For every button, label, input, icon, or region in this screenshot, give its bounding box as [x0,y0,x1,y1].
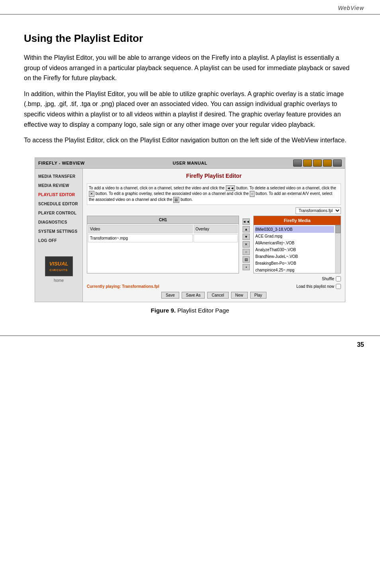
nav-btn-4[interactable] [323,159,332,167]
media-list-container: 8Mie0303_3-18.VOB ACE Grad.mpg AllAmeric… [254,225,341,273]
ctrl-btn-grid[interactable]: ▤ [243,256,250,263]
nav-btn-2[interactable] [303,159,312,167]
nav-btn-5[interactable] [333,159,342,167]
load-checkbox[interactable] [336,284,341,289]
delete-icon: ✕ [89,191,94,197]
action-buttons: Save Save As Cancel New Play [87,292,341,299]
shuffle-row: Shuffle [87,276,341,282]
logo-text-2: CIRCUITS [50,268,68,273]
ch1-header: CH1 [87,216,239,224]
media-panel: Firefly Media 8Mie0303_3-18.VOB ACE Grad… [253,216,341,274]
ctrl-btn-delete[interactable]: ✕ [243,241,250,248]
main-title: Firefly Playlist Editor [87,172,341,180]
sidebar-item-schedule-editor[interactable]: SCHEDULE EDITOR [35,199,82,208]
sidebar-logo: VISUAL CIRCUITS home [35,253,82,287]
nav-btn-1[interactable] [293,159,302,167]
ctrl-btn-down[interactable]: ▼ [243,234,250,240]
media-scrollbar[interactable] [335,225,341,273]
screenshot-figure: FIREFLY - WEBVIEW USER MANUAL MEDIA TRAN… [35,157,345,302]
channels-area: CH1 Video Overlay Transformation~.mpg [87,216,341,274]
sidebar: MEDIA TRANSFER MEDIA REVIEW PLAYLIST EDI… [35,169,83,302]
media-file-6: champinice4.25~.mpg [255,267,334,273]
media-file-2: AllAmericanRej~.VOB [255,240,334,246]
edit-icon: ○ [250,191,254,197]
ch1-row: Transformation~.mpg [88,234,238,242]
currently-playing-label: Currently playing: [87,284,121,289]
figure-caption-text: Playlist Editor Page [177,307,229,314]
sidebar-item-media-transfer[interactable]: MEDIA TRANSFER [35,172,82,181]
media-file-4: BrandNew-JudeL~.VOB [255,253,334,260]
content-area: Using the Playlist Editor Within the Pla… [0,15,380,335]
scrollbar-thumb[interactable] [335,225,341,233]
load-label: Load this playlist now [296,283,334,289]
page-header: WebView [0,0,380,15]
ctrl-btn-circle[interactable]: ○ [243,249,250,255]
shuffle-label: Shuffle [322,276,334,282]
sidebar-item-media-review[interactable]: MEDIA REVIEW [35,181,82,190]
page-number: 35 [357,340,364,350]
new-button[interactable]: New [231,292,248,299]
ch1-overlay-cell [194,234,238,242]
figure-label: Figure 9. [151,307,176,314]
webview-header-center: USER MANUAL [114,160,266,167]
webview-nav-buttons [266,159,342,167]
sidebar-item-player-control[interactable]: PLAYER CONTROL [35,208,82,218]
ch1-col-overlay: Overlay [194,225,238,233]
webview-title: WebView [338,4,364,12]
webview-body: MEDIA TRANSFER MEDIA REVIEW PLAYLIST EDI… [35,169,345,302]
logo-box: VISUAL CIRCUITS [45,256,73,276]
media-header: Firefly Media [254,216,341,226]
sidebar-item-log-off[interactable]: LOG OFF [35,236,82,245]
page-footer: 35 [0,335,380,354]
play-button[interactable]: Play [250,292,266,299]
media-file-0: 8Mie0303_3-18.VOB [255,226,334,233]
ctrl-btn-extra[interactable]: ▪ [243,264,250,270]
ctrl-btn-rewind[interactable]: ◄◄ [243,218,250,225]
load-playlist-area: Load this playlist now [296,283,341,289]
add-icon: ◄◄ [226,185,235,191]
ch1-col-video: Video [88,225,193,233]
paragraph-1: Within the Playlist Editor, you will be … [24,53,356,83]
ctrl-btn-up[interactable]: ▲ [243,226,250,232]
sidebar-item-diagnostics[interactable]: DIAGNOSTICS [35,218,82,227]
shuffle-checkbox[interactable] [336,276,341,281]
media-file-5: BreakingBen-Po~.VOB [255,260,334,267]
playlist-row: Transformations.fpl [87,207,341,214]
nav-btn-3[interactable] [313,159,322,167]
media-file-3: AnalyzeThat030~.VOB [255,246,334,253]
paragraph-2: In addition, within the Playlist Editor,… [24,89,356,130]
save-as-button[interactable]: Save As [182,292,205,299]
sidebar-home-link[interactable]: home [38,277,79,283]
webview-header-left: FIREFLY - WEBVIEW [38,160,114,167]
figure-caption: Figure 9. Playlist Editor Page [24,306,356,315]
save-button[interactable]: Save [161,292,179,299]
section-title: Using the Playlist Editor [24,31,356,46]
webview-main-panel: Firefly Playlist Editor To add a video t… [83,169,345,302]
paragraph-3: To access the Playlist Editor, click on … [24,135,356,146]
webview-header-bar: FIREFLY - WEBVIEW USER MANUAL [35,158,345,169]
sidebar-item-system-settings[interactable]: SYSTEM SETTINGS [35,227,82,236]
instruction-text: To add a video to a channel, click on a … [87,183,341,205]
currently-playing-value: Transformations.fpl [122,284,159,289]
currently-playing-row: Currently playing: Transformations.fpl L… [87,283,341,289]
media-file-1: ACE Grad.mpg [255,233,334,240]
cancel-button[interactable]: Cancel [207,292,228,299]
control-buttons: ◄◄ ▲ ▼ ✕ ○ ▤ ▪ [241,216,251,274]
ch1-panel: CH1 Video Overlay Transformation~.mpg [87,216,239,274]
sidebar-item-playlist-editor[interactable]: PLAYLIST EDITOR [35,190,82,199]
ch1-table: Video Overlay Transformation~.mpg [87,224,239,243]
currently-playing-info: Currently playing: Transformations.fpl [87,283,159,289]
logo-text-1: VISUAL [49,260,69,268]
ch1-video-cell: Transformation~.mpg [88,234,193,242]
media-file-list: 8Mie0303_3-18.VOB ACE Grad.mpg AllAmeric… [254,225,335,273]
playlist-select[interactable]: Transformations.fpl [296,207,341,214]
av-icon: ▤ [173,197,179,203]
